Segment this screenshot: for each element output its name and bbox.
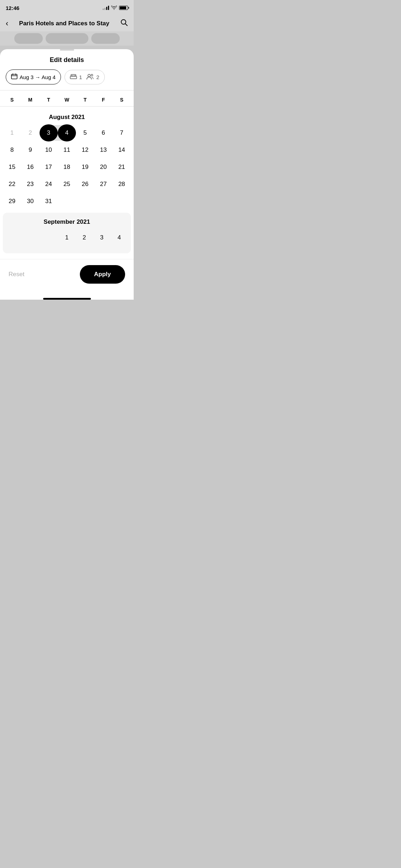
search-button[interactable] <box>120 19 128 29</box>
aug-empty-4 <box>113 193 131 210</box>
week-row-3: 15 16 17 18 19 20 21 <box>3 159 131 176</box>
day-header-f: F <box>94 95 112 105</box>
status-icons <box>103 6 128 10</box>
top-pill-3 <box>91 33 120 44</box>
background-top <box>0 31 134 46</box>
svg-rect-6 <box>70 76 77 79</box>
august-title: August 2021 <box>3 108 131 124</box>
day-header-s2: S <box>113 95 131 105</box>
filter-row: Aug 3 → Aug 4 1 <box>0 69 134 90</box>
aug-day-27[interactable]: 27 <box>94 176 112 193</box>
top-pill-1 <box>14 33 43 44</box>
aug-day-8[interactable]: 8 <box>3 141 21 159</box>
aug-day-17[interactable]: 17 <box>40 159 58 176</box>
apply-button[interactable]: Apply <box>80 265 125 284</box>
aug-day-16[interactable]: 16 <box>21 159 39 176</box>
aug-day-29[interactable]: 29 <box>3 193 21 210</box>
aug-day-30[interactable]: 30 <box>21 193 39 210</box>
reset-button[interactable]: Reset <box>9 271 24 278</box>
aug-empty-2 <box>76 193 94 210</box>
battery-icon <box>119 6 128 10</box>
day-header-m: M <box>21 95 39 105</box>
guests-count: 2 <box>96 74 99 80</box>
aug-day-26[interactable]: 26 <box>76 176 94 193</box>
drag-handle[interactable] <box>60 49 74 51</box>
aug-day-10[interactable]: 10 <box>40 141 58 159</box>
rooms-filter-pill[interactable]: 1 2 <box>65 70 105 84</box>
nav-bar: ‹ Paris Hotels and Places to Stay <box>0 16 134 31</box>
day-header-t2: T <box>76 95 94 105</box>
aug-day-4[interactable]: 4 <box>58 124 76 141</box>
date-filter-pill[interactable]: Aug 3 → Aug 4 <box>6 69 61 84</box>
sep-day-2[interactable]: 2 <box>76 229 93 246</box>
aug-day-7[interactable]: 7 <box>113 124 131 141</box>
sheet-title: Edit details <box>0 53 134 69</box>
day-header-t1: T <box>40 95 58 105</box>
svg-point-9 <box>88 74 91 77</box>
aug-day-19[interactable]: 19 <box>76 159 94 176</box>
back-button[interactable]: ‹ <box>6 19 8 28</box>
aug-day-2[interactable]: 2 <box>21 124 39 141</box>
aug-day-5[interactable]: 5 <box>76 124 94 141</box>
september-calendar: September 2021 1 2 3 4 <box>3 213 131 253</box>
sep-day-4[interactable]: 4 <box>110 229 128 246</box>
calendar-icon <box>11 73 17 81</box>
sep-day-1[interactable]: 1 <box>58 229 76 246</box>
aug-day-14[interactable]: 14 <box>113 141 131 159</box>
rooms-count: 1 <box>79 74 82 80</box>
aug-day-15[interactable]: 15 <box>3 159 21 176</box>
date-filter-label: Aug 3 → Aug 4 <box>20 74 56 80</box>
aug-day-11[interactable]: 11 <box>58 141 76 159</box>
week-row-5: 29 30 31 <box>3 193 131 210</box>
aug-day-21[interactable]: 21 <box>113 159 131 176</box>
bottom-bar: Reset Apply <box>0 259 134 295</box>
aug-empty-1 <box>58 193 76 210</box>
home-indicator <box>43 298 91 300</box>
guests-icon <box>86 74 94 81</box>
september-title: September 2021 <box>6 213 128 229</box>
nav-title: Paris Hotels and Places to Stay <box>8 20 120 27</box>
aug-day-18[interactable]: 18 <box>58 159 76 176</box>
aug-day-9[interactable]: 9 <box>21 141 39 159</box>
aug-day-25[interactable]: 25 <box>58 176 76 193</box>
wifi-icon <box>111 6 117 10</box>
aug-day-3[interactable]: 3 <box>40 124 58 141</box>
divider <box>0 90 134 91</box>
bed-icon <box>70 74 77 80</box>
aug-day-12[interactable]: 12 <box>76 141 94 159</box>
svg-rect-2 <box>11 74 17 79</box>
sep-empty-2 <box>23 229 41 246</box>
aug-day-13[interactable]: 13 <box>94 141 112 159</box>
svg-rect-7 <box>71 76 73 76</box>
week-row-4: 22 23 24 25 26 27 28 <box>3 176 131 193</box>
aug-day-22[interactable]: 22 <box>3 176 21 193</box>
aug-day-24[interactable]: 24 <box>40 176 58 193</box>
aug-empty-3 <box>94 193 112 210</box>
day-headers: S M T W T F S <box>0 95 134 105</box>
svg-point-10 <box>91 74 93 76</box>
aug-day-23[interactable]: 23 <box>21 176 39 193</box>
day-header-s: S <box>3 95 21 105</box>
sep-week-row-1: 1 2 3 4 <box>6 229 128 246</box>
aug-day-1[interactable]: 1 <box>3 124 21 141</box>
svg-rect-8 <box>74 76 76 76</box>
bottom-sheet: Edit details Aug 3 → Aug 4 <box>0 49 134 300</box>
signal-icon <box>103 6 109 10</box>
svg-line-1 <box>125 24 128 26</box>
aug-day-20[interactable]: 20 <box>94 159 112 176</box>
day-header-divider <box>0 106 134 107</box>
aug-day-28[interactable]: 28 <box>113 176 131 193</box>
status-bar: 12:46 <box>0 0 134 16</box>
aug-day-31[interactable]: 31 <box>40 193 58 210</box>
top-pill-2 <box>46 33 88 44</box>
august-calendar: August 2021 1 2 3 4 5 6 7 8 9 10 11 12 1… <box>0 108 134 210</box>
sep-day-3[interactable]: 3 <box>93 229 110 246</box>
day-header-w: W <box>58 95 76 105</box>
week-row-2: 8 9 10 11 12 13 14 <box>3 141 131 159</box>
sep-empty-1 <box>6 229 23 246</box>
aug-day-6[interactable]: 6 <box>94 124 112 141</box>
week-row-1: 1 2 3 4 5 6 7 <box>3 124 131 141</box>
sep-empty-3 <box>41 229 58 246</box>
status-time: 12:46 <box>6 5 19 11</box>
